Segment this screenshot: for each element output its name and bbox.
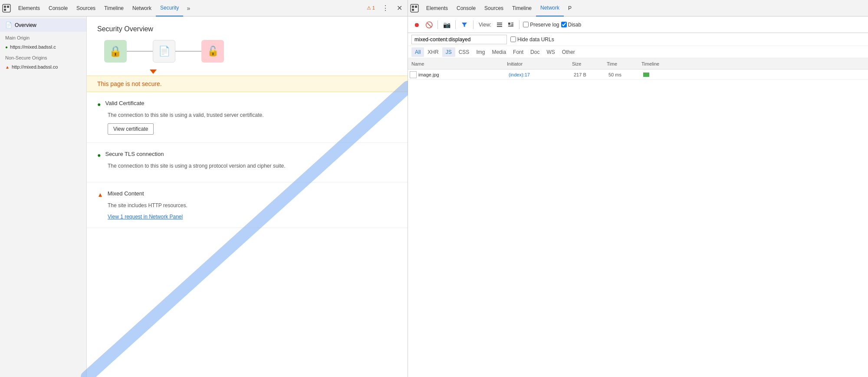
svg-rect-8 bbox=[412, 9, 414, 11]
type-filter-doc[interactable]: Doc bbox=[527, 47, 543, 57]
devtools-logo-right bbox=[410, 3, 419, 13]
type-filter-js[interactable]: JS bbox=[442, 47, 455, 57]
toolbar-separator-3 bbox=[473, 20, 473, 29]
main-origin-url: https://mixed.badssl.c bbox=[10, 44, 56, 50]
diagram-line-1 bbox=[127, 51, 153, 52]
svg-rect-0 bbox=[3, 4, 10, 12]
diagram-icon-secure: 🔒 bbox=[104, 40, 127, 63]
dot-secure-tls: ● bbox=[97, 152, 101, 159]
tab-more-left[interactable]: » bbox=[183, 0, 194, 17]
preserve-log-label: Preserve log bbox=[530, 22, 559, 28]
svg-rect-1 bbox=[4, 6, 6, 8]
screenshot-button[interactable]: 📷 bbox=[441, 20, 452, 30]
preserve-log-checkbox-label[interactable]: Preserve log bbox=[523, 22, 559, 28]
view-certificate-button[interactable]: View certificate bbox=[108, 123, 154, 135]
sidebar-item-non-secure-origin[interactable]: ▲ http://mixed.badssl.co bbox=[0, 62, 86, 72]
warning-dot-non-secure: ▲ bbox=[5, 65, 10, 69]
diagram-arrow-container bbox=[87, 69, 408, 74]
tab-elements-left[interactable]: Elements bbox=[14, 0, 44, 17]
row-time: 50 ms bbox=[605, 72, 640, 77]
type-filter-xhr[interactable]: XHR bbox=[424, 47, 442, 57]
row-initiator[interactable]: (index):17 bbox=[505, 72, 570, 77]
tab-console-right[interactable]: Console bbox=[452, 0, 480, 17]
non-secure-label: Non-Secure Origins bbox=[0, 52, 86, 62]
network-toolbar: ⏺ 🚫 📷 View: bbox=[408, 17, 868, 33]
svg-rect-5 bbox=[411, 4, 418, 12]
svg-rect-15 bbox=[508, 26, 513, 26]
view-network-panel-link[interactable]: View 1 request in Network Panel bbox=[108, 214, 183, 220]
title-valid-cert: Valid Certificate bbox=[105, 100, 144, 106]
green-dot-main: ● bbox=[5, 45, 8, 50]
stop-button[interactable]: 🚫 bbox=[424, 20, 434, 30]
compact-icon bbox=[508, 22, 514, 28]
diagram-down-arrow bbox=[150, 69, 157, 74]
svg-rect-6 bbox=[412, 6, 414, 8]
not-secure-banner: This page is not secure. bbox=[87, 76, 408, 92]
diagram-icon-insecure: 🔓 bbox=[201, 40, 224, 63]
row-name: image.jpg bbox=[417, 72, 505, 77]
tab-sources-right[interactable]: Sources bbox=[480, 0, 508, 17]
tab-elements-right[interactable]: Elements bbox=[422, 0, 452, 17]
diagram-line-2 bbox=[175, 51, 201, 52]
tab-network-left[interactable]: Network bbox=[128, 0, 156, 17]
svg-rect-12 bbox=[508, 23, 510, 25]
table-row[interactable]: image.jpg (index):17 217 B 50 ms bbox=[408, 69, 868, 80]
overview-label: Overview bbox=[15, 22, 36, 28]
warning-badge-left: ⚠ 1 bbox=[364, 5, 378, 11]
type-filter-all[interactable]: All bbox=[411, 47, 424, 57]
section-valid-certificate: ● Valid Certificate The connection to th… bbox=[87, 92, 408, 143]
diagram-icon-page: 📄 bbox=[153, 40, 175, 63]
tab-timeline-left[interactable]: Timeline bbox=[100, 0, 128, 17]
filter-input[interactable] bbox=[411, 35, 507, 44]
right-panel: Elements Console Sources Timeline Networ… bbox=[408, 0, 868, 377]
tab-p-right[interactable]: P bbox=[564, 0, 576, 17]
title-secure-tls: Secure TLS connection bbox=[105, 151, 164, 157]
header-name: Name bbox=[408, 61, 503, 66]
type-filter-media[interactable]: Media bbox=[488, 47, 510, 57]
desc-secure-tls: The connection to this site is using a s… bbox=[108, 162, 397, 170]
close-button-left[interactable]: ✕ bbox=[393, 0, 406, 17]
network-requests-table: Name Initiator Size Time Timeline image.… bbox=[408, 58, 868, 377]
overview-icon: 📄 bbox=[5, 22, 12, 28]
type-filter-img[interactable]: Img bbox=[473, 47, 488, 57]
svg-rect-3 bbox=[4, 9, 6, 11]
tab-sources-left[interactable]: Sources bbox=[72, 0, 100, 17]
filter-button[interactable] bbox=[459, 20, 470, 30]
tab-security-left[interactable]: Security bbox=[156, 0, 183, 17]
desc-mixed-content: The site includes HTTP resources. bbox=[108, 202, 397, 209]
list-view-button[interactable] bbox=[495, 20, 504, 30]
row-size: 217 B bbox=[570, 72, 605, 77]
header-timeline: Timeline bbox=[638, 61, 868, 66]
tab-console-left[interactable]: Console bbox=[44, 0, 72, 17]
hide-data-urls-text: Hide data URLs bbox=[517, 36, 554, 43]
type-filter-font[interactable]: Font bbox=[510, 47, 527, 57]
tab-network-right[interactable]: Network bbox=[536, 0, 564, 17]
desc-valid-cert: The connection to this site is using a v… bbox=[108, 111, 397, 119]
tab-kebab-left[interactable]: ⋮ bbox=[378, 0, 393, 17]
table-header-row: Name Initiator Size Time Timeline bbox=[408, 58, 868, 69]
disable-cache-checkbox-label[interactable]: Disab bbox=[561, 22, 582, 28]
row-checkbox[interactable] bbox=[410, 71, 417, 78]
preserve-log-checkbox[interactable] bbox=[523, 22, 529, 27]
right-devtools-tabs: Elements Console Sources Timeline Networ… bbox=[408, 0, 868, 17]
sidebar-item-main-origin[interactable]: ● https://mixed.badssl.c bbox=[0, 42, 86, 52]
security-main-content: Security Overview 🔒 📄 🔓 This bbox=[87, 17, 408, 377]
compact-view-button[interactable] bbox=[506, 20, 516, 30]
svg-rect-13 bbox=[511, 23, 513, 23]
tab-timeline-right[interactable]: Timeline bbox=[508, 0, 536, 17]
record-button[interactable]: ⏺ bbox=[411, 20, 422, 30]
header-size: Size bbox=[569, 61, 603, 66]
title-mixed-content: Mixed Content bbox=[108, 190, 144, 197]
hide-data-urls-label[interactable]: Hide data URLs bbox=[510, 36, 554, 43]
type-filter-ws[interactable]: WS bbox=[543, 47, 558, 57]
svg-rect-9 bbox=[497, 23, 502, 23]
type-filter-css[interactable]: CSS bbox=[455, 47, 473, 57]
type-filter-other[interactable]: Other bbox=[559, 47, 579, 57]
section-mixed-content: ▲ Mixed Content The site includes HTTP r… bbox=[87, 182, 408, 228]
svg-rect-10 bbox=[497, 24, 502, 25]
hide-data-urls-checkbox[interactable] bbox=[510, 36, 516, 42]
sidebar-item-overview[interactable]: 📄 Overview bbox=[0, 18, 86, 32]
disable-cache-checkbox[interactable] bbox=[561, 22, 567, 27]
security-title: Security Overview bbox=[87, 17, 408, 40]
header-initiator: Initiator bbox=[503, 61, 569, 66]
